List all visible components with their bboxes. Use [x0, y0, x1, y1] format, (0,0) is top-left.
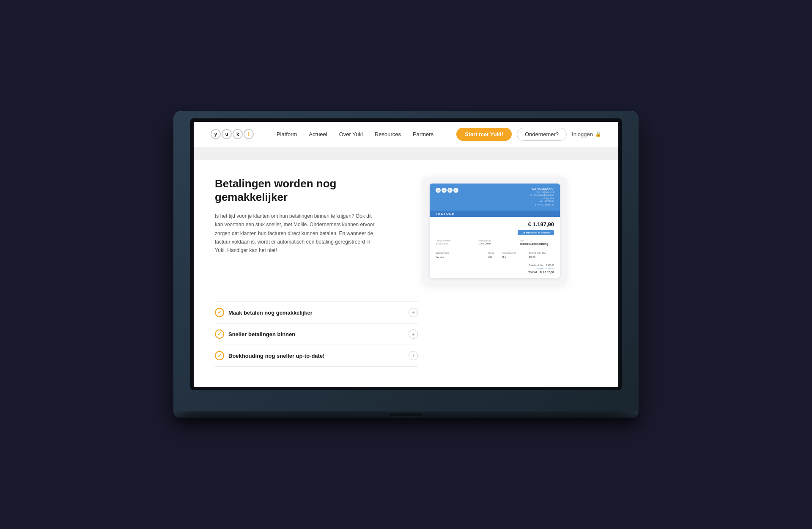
invoice-factuur-label: FACTUUR	[430, 211, 560, 217]
feature-item-3-left: Boekhouding nog sneller up-to-date!	[215, 351, 325, 360]
feature-list: Maak betalen nog gemakkelijker + Sneller…	[215, 302, 418, 367]
factuurnummer-label: Factuurnummer	[436, 239, 469, 242]
check-circle-1	[215, 308, 224, 317]
inv-to-label: Aan	[520, 239, 554, 242]
cell-amount: 900,00	[529, 256, 554, 258]
invoice-card-main: y u k i Yuki Bedrijf B.V.	[430, 184, 560, 278]
col-bedrag: Bedrag excl. btw	[529, 252, 554, 254]
logo-letter-u: u	[222, 129, 232, 139]
check-circle-2	[215, 329, 224, 339]
laptop-mockup: y u k i Platform Actueel Over Yuki Resou…	[173, 111, 639, 419]
invoice-amount: € 1.197,90	[436, 221, 554, 227]
laptop-body: y u k i Platform Actueel Over Yuki Resou…	[173, 111, 639, 412]
check-circle-3	[215, 351, 224, 360]
total-label: Totaal	[528, 271, 537, 274]
col-aantal: Aantal	[488, 252, 500, 254]
feature-expand-1[interactable]: +	[409, 308, 418, 317]
btw-val: € 207,00	[546, 267, 554, 270]
feature-item-1[interactable]: Maak betalen nog gemakkelijker +	[215, 302, 418, 323]
feature-item-2-left: Sneller betalingen binnen	[215, 329, 295, 339]
feature-expand-2[interactable]: +	[409, 329, 418, 339]
subtotal-val: € 900,00	[546, 264, 554, 266]
feature-expand-3[interactable]: +	[409, 351, 418, 360]
feature-label-3: Boekhouding nog sneller up-to-date!	[228, 353, 325, 359]
laptop-notch	[389, 414, 423, 416]
invoice-meta-date: Factuurdatum 31.08.2016	[478, 239, 512, 245]
logo-circles: y u k i	[211, 129, 254, 139]
invoice-divider-2	[436, 261, 554, 261]
invoice-logo-circles: y u k i	[436, 188, 458, 193]
lock-icon: 🔒	[595, 131, 601, 137]
nav-link-resources[interactable]: Resources	[375, 131, 401, 137]
invoice-meta-row: Factuurnummer 2016-1005 Factuurdatum 31.…	[436, 239, 554, 245]
invoice-meta-number: Factuurnummer 2016-1005	[436, 239, 469, 245]
screen-bezel: y u k i Platform Actueel Over Yuki Resou…	[190, 118, 622, 391]
nav-link-platform[interactable]: Platform	[277, 131, 297, 137]
nav-cta-area: Start met Yuki! Ondernemer? Inloggen 🔒	[456, 128, 601, 141]
logo: y u k i	[211, 129, 254, 139]
invoice-header: y u k i Yuki Bedrijf B.V.	[430, 184, 560, 211]
inloggen-link[interactable]: Inloggen 🔒	[572, 131, 601, 137]
factuurdatum-label: Factuurdatum	[478, 239, 512, 242]
inv-circle-i: i	[453, 188, 458, 193]
cell-qty: 1,00	[488, 256, 500, 258]
factuurdatum-val: 31.08.2016	[478, 242, 512, 245]
btw-line: 21% btw € 207,00	[436, 267, 554, 270]
cell-price: Mnd	[502, 256, 527, 258]
website-content: y u k i Platform Actueel Over Yuki Resou…	[194, 122, 618, 387]
inv-to-name: Mollie Boekhouding	[520, 242, 554, 245]
feature-item-1-left: Maak betalen nog gemakkelijker	[215, 308, 313, 317]
inv-circle-y: y	[436, 188, 441, 193]
total-line: Totaal € 1.197,90	[436, 271, 554, 274]
invoice-logo-area: y u k i	[436, 188, 458, 193]
invoice-table-header: Omschrijving Aantal Prijs excl. btw Bedr…	[436, 252, 554, 254]
invoice-pay-button[interactable]: Ga direct om te betalen	[518, 230, 554, 235]
total-val: € 1.197,90	[540, 271, 554, 274]
page-title: Betalingen worden nog gemakkelijker	[215, 177, 376, 204]
inloggen-label: Inloggen	[572, 131, 593, 137]
col-prijs: Prijs excl. btw	[502, 252, 527, 254]
invoice-row-1: Jaarplan 1,00 Mnd 900,00	[436, 256, 554, 258]
invoice-body: € 1.197,90 Ga direct om te betalen Factu…	[430, 217, 560, 278]
invoice-meta-to: Aan Mollie Boekhouding	[520, 239, 554, 245]
inv-company-name: Yuki Bedrijf B.V.	[529, 188, 554, 191]
col-omschrijving: Omschrijving	[436, 252, 486, 254]
factuurnummer-val: 2016-1005	[436, 242, 469, 245]
laptop-base	[173, 411, 639, 418]
invoice-column: y u k i Yuki Bedrijf B.V.	[392, 177, 597, 285]
laptop-screen: y u k i Platform Actueel Over Yuki Resou…	[194, 122, 618, 387]
logo-letter-y: y	[211, 129, 221, 139]
btw-label: 21% btw	[535, 267, 543, 270]
logo-letter-i: i	[244, 129, 254, 139]
main-content: Betalingen worden nog gemakkelijker Is h…	[194, 160, 618, 387]
nav-links: Platform Actueel Over Yuki Resources Par…	[277, 131, 433, 137]
inv-circle-u: u	[442, 188, 447, 193]
cell-desc: Jaarplan	[436, 256, 486, 258]
navigation: y u k i Platform Actueel Over Yuki Resou…	[194, 122, 618, 147]
nav-link-over-yuki[interactable]: Over Yuki	[339, 131, 363, 137]
invoice-divider	[436, 249, 554, 249]
ondernemer-button[interactable]: Ondernemer?	[517, 128, 567, 141]
start-met-yuki-button[interactable]: Start met Yuki!	[456, 128, 512, 141]
subtotal-line: Totaal excl. btw € 900,00	[436, 264, 554, 266]
page-description: Is het tijd voor je klanten om hun betal…	[215, 212, 376, 255]
nav-link-actueel[interactable]: Actueel	[309, 131, 327, 137]
invoice-mockup: y u k i Yuki Bedrijf B.V.	[423, 177, 567, 285]
inv-address: Piet Heijkoop Nr. 1 NL - Schiedam/Rotter…	[529, 191, 554, 207]
subtotal-label: Totaal excl. btw	[529, 264, 543, 266]
nav-link-partners[interactable]: Partners	[413, 131, 433, 137]
logo-letter-k: k	[233, 129, 243, 139]
text-column: Betalingen worden nog gemakkelijker Is h…	[215, 177, 376, 255]
feature-label-2: Sneller betalingen binnen	[228, 331, 295, 337]
content-row: Betalingen worden nog gemakkelijker Is h…	[215, 177, 597, 285]
feature-label-1: Maak betalen nog gemakkelijker	[228, 310, 313, 316]
feature-item-3[interactable]: Boekhouding nog sneller up-to-date! +	[215, 345, 418, 367]
sub-nav-bar	[194, 147, 618, 160]
invoice-header-right: Yuki Bedrijf B.V. Piet Heijkoop Nr. 1 NL…	[529, 188, 554, 207]
invoice-totals: Totaal excl. btw € 900,00 21% btw	[436, 264, 554, 274]
inv-circle-k: k	[447, 188, 453, 193]
feature-item-2[interactable]: Sneller betalingen binnen +	[215, 323, 418, 345]
